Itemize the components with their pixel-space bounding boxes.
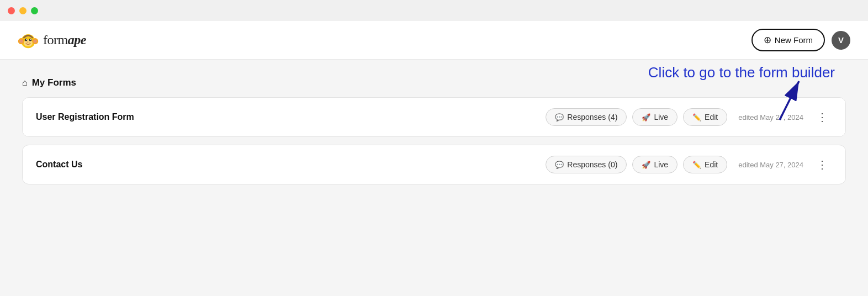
header-right: ⊕ New Form V — [751, 29, 850, 51]
logo-text: formape — [43, 33, 86, 47]
edit-button-1[interactable]: ✏️ Edit — [683, 108, 727, 126]
close-dot[interactable] — [8, 7, 15, 14]
edited-text-1: edited May 27, 2024 — [738, 113, 803, 121]
live-label-2: Live — [654, 160, 668, 169]
main-content: Click to go to the form builder ⌂ My For… — [0, 60, 868, 210]
svg-point-4 — [34, 39, 37, 43]
minimize-dot[interactable] — [19, 7, 27, 14]
live-label-1: Live — [654, 113, 668, 121]
form-card-1: User Registration Form 💬 Responses (4) 🚀… — [22, 97, 846, 137]
svg-point-9 — [30, 39, 31, 40]
new-form-button[interactable]: ⊕ New Form — [751, 29, 825, 51]
form-actions-1: 💬 Responses (4) 🚀 Live ✏️ Edit edited Ma… — [546, 108, 832, 126]
more-button-1[interactable]: ⋮ — [812, 108, 832, 126]
more-button-2[interactable]: ⋮ — [812, 156, 832, 173]
form-name-2: Contact Us — [36, 160, 179, 170]
svg-point-3 — [19, 39, 23, 43]
svg-point-11 — [29, 41, 30, 43]
live-icon: 🚀 — [642, 113, 650, 121]
new-form-label: New Form — [775, 35, 813, 45]
responses-button-1[interactable]: 💬 Responses (4) — [546, 108, 627, 126]
edit-icon: ✏️ — [692, 113, 701, 121]
header: formape ⊕ New Form V — [0, 21, 868, 60]
svg-point-8 — [26, 39, 27, 40]
form-name-1: User Registration Form — [36, 112, 179, 122]
live-icon-2: 🚀 — [642, 161, 650, 169]
responses-button-2[interactable]: 💬 Responses (0) — [546, 156, 627, 173]
live-button-1[interactable]: 🚀 Live — [632, 108, 678, 126]
responses-label-2: Responses (0) — [567, 160, 617, 169]
logo: formape — [18, 30, 86, 51]
section-title-text: My Forms — [32, 77, 76, 88]
form-card-2: Contact Us 💬 Responses (0) 🚀 Live ✏️ Edi… — [22, 145, 846, 184]
forms-list: User Registration Form 💬 Responses (4) 🚀… — [22, 97, 846, 184]
edited-text-2: edited May 27, 2024 — [738, 161, 803, 169]
responses-label-1: Responses (4) — [567, 113, 617, 121]
live-button-2[interactable]: 🚀 Live — [632, 156, 678, 173]
form-actions-2: 💬 Responses (0) 🚀 Live ✏️ Edit edited Ma… — [546, 156, 832, 173]
chat-icon: 💬 — [555, 113, 564, 121]
edit-label-1: Edit — [705, 113, 718, 121]
edit-label-2: Edit — [705, 160, 718, 169]
edit-icon-2: ✏️ — [692, 161, 701, 169]
titlebar — [0, 0, 868, 21]
chat-icon-2: 💬 — [555, 161, 564, 169]
svg-point-7 — [29, 38, 32, 41]
svg-point-6 — [25, 38, 28, 41]
maximize-dot[interactable] — [31, 7, 38, 14]
section-title: ⌂ My Forms — [22, 77, 846, 88]
home-icon: ⌂ — [22, 78, 28, 88]
logo-monkey-icon — [18, 30, 39, 51]
edit-button-2[interactable]: ✏️ Edit — [683, 156, 727, 173]
plus-icon: ⊕ — [764, 34, 771, 46]
svg-point-10 — [27, 41, 28, 43]
user-avatar[interactable]: V — [832, 31, 850, 50]
